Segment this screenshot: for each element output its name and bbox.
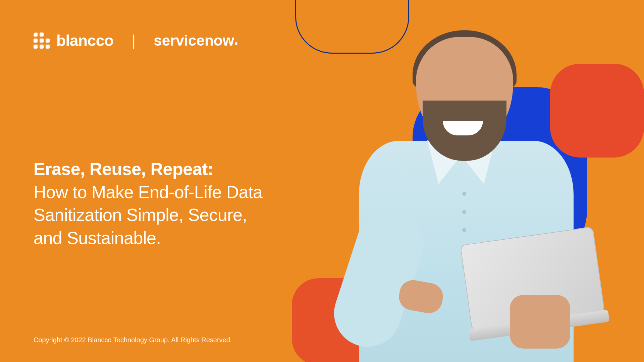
title-line-2: How to Make End-of-Life Data xyxy=(34,182,263,202)
blancco-logo: blancco xyxy=(34,32,113,50)
servicenow-logo: servicenow xyxy=(154,32,237,49)
title-headline: Erase, Reuse, Repeat: xyxy=(34,158,263,181)
blancco-mark-icon xyxy=(34,33,50,49)
title-line-3: Sanitization Simple, Secure, xyxy=(34,205,247,225)
slide-cover: blancco | servicenow Erase, Reuse, Repea… xyxy=(0,0,644,362)
servicenow-wordmark: servicenow xyxy=(154,32,234,49)
title-line-4: and Sustainable. xyxy=(34,228,161,248)
logo-divider: | xyxy=(131,32,136,50)
servicenow-dot-icon xyxy=(235,42,237,45)
hero-person-illustration xyxy=(322,20,597,362)
logo-row: blancco | servicenow xyxy=(34,32,237,50)
copyright-footer: Copyright © 2022 Blancco Technology Grou… xyxy=(34,336,232,344)
slide-title: Erase, Reuse, Repeat: How to Make End-of… xyxy=(34,158,263,250)
blancco-wordmark: blancco xyxy=(56,32,113,50)
